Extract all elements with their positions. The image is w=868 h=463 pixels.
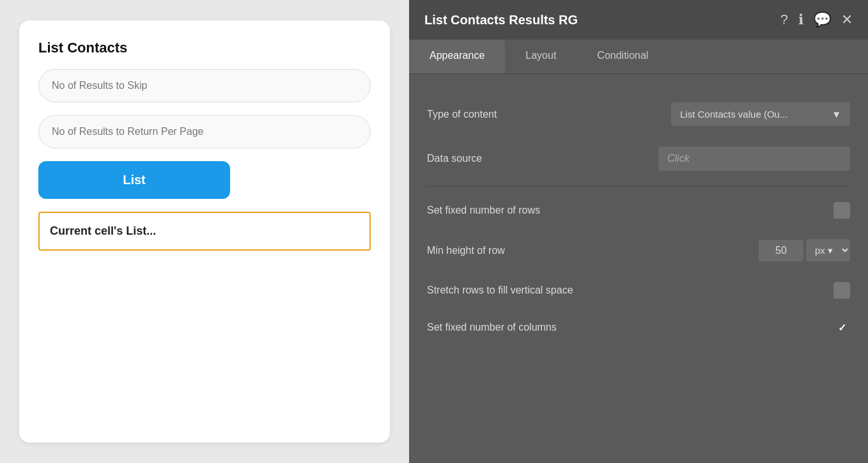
divider-1 [427, 186, 850, 187]
panel-title: List Contacts Results RG [424, 13, 578, 27]
min-height-row: Min height of row px ▾ [427, 229, 850, 272]
card: List Contacts List Current cell's List..… [19, 20, 390, 443]
help-icon[interactable]: ? [780, 12, 788, 28]
set-fixed-rows-label: Set fixed number of rows [427, 205, 540, 216]
tab-appearance[interactable]: Appearance [409, 40, 505, 74]
card-title: List Contacts [38, 40, 371, 56]
data-source-input[interactable]: Click [658, 146, 850, 171]
results-per-page-input[interactable] [38, 115, 371, 148]
data-source-row: Data source Click [427, 136, 850, 181]
chat-icon[interactable]: 💬 [814, 12, 831, 28]
panel-header: List Contacts Results RG ? ℹ 💬 ✕ [409, 0, 868, 40]
type-of-content-label: Type of content [427, 109, 497, 120]
tabs-container: Appearance Layout Conditional [409, 40, 868, 74]
list-button[interactable]: List [38, 161, 230, 199]
min-height-input[interactable] [759, 240, 803, 262]
stretch-rows-row: Stretch rows to fill vertical space [427, 272, 850, 309]
panel-content: Type of content List Contacts value (Ou.… [409, 74, 868, 364]
type-of-content-row: Type of content List Contacts value (Ou.… [427, 92, 850, 136]
stretch-rows-toggle[interactable] [833, 282, 850, 299]
type-of-content-value: List Contacts value (Ou... [680, 109, 787, 120]
info-icon[interactable]: ℹ [798, 12, 803, 28]
close-icon[interactable]: ✕ [841, 12, 853, 28]
set-fixed-cols-toggle[interactable]: ✓ [833, 319, 850, 336]
unit-select[interactable]: px ▾ [806, 239, 850, 262]
results-skip-input[interactable] [38, 69, 371, 102]
set-fixed-cols-label: Set fixed number of columns [427, 322, 557, 333]
header-icons: ? ℹ 💬 ✕ [780, 12, 853, 28]
right-panel: List Contacts Results RG ? ℹ 💬 ✕ Appeara… [409, 0, 868, 463]
tab-layout[interactable]: Layout [505, 40, 577, 74]
type-of-content-chevron-icon: ▼ [832, 109, 841, 120]
current-cell-box: Current cell's List... [38, 212, 371, 251]
set-fixed-rows-toggle[interactable] [833, 202, 850, 219]
min-height-label: Min height of row [427, 245, 505, 256]
data-source-label: Data source [427, 153, 482, 164]
type-of-content-select[interactable]: List Contacts value (Ou... ▼ [671, 102, 850, 126]
tab-conditional[interactable]: Conditional [577, 40, 669, 74]
set-fixed-cols-check-icon: ✓ [838, 322, 846, 334]
set-fixed-cols-row: Set fixed number of columns ✓ [427, 309, 850, 346]
stretch-rows-label: Stretch rows to fill vertical space [427, 285, 573, 296]
set-fixed-rows-row: Set fixed number of rows [427, 192, 850, 229]
left-panel: List Contacts List Current cell's List..… [0, 0, 409, 463]
min-height-control: px ▾ [759, 239, 850, 262]
